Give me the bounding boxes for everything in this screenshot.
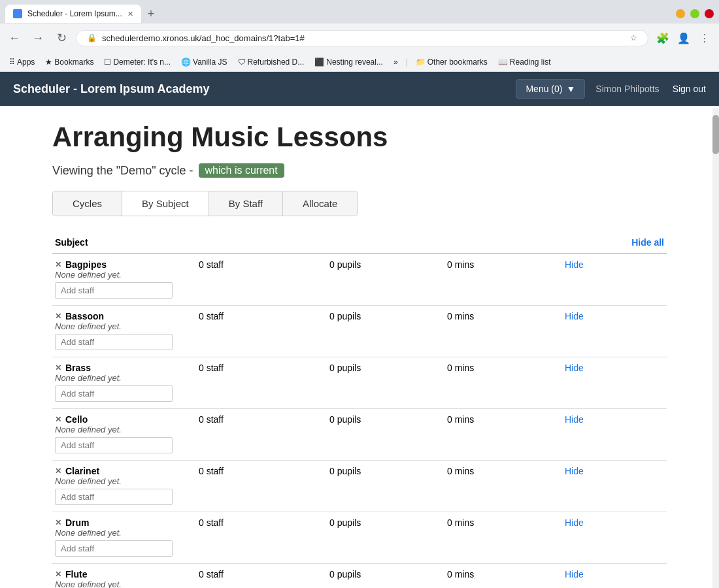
back-button[interactable]: ←: [5, 29, 24, 47]
subject-name: ✕ Flute: [55, 569, 193, 580]
hide-link[interactable]: Hide: [565, 517, 584, 528]
add-staff-input[interactable]: [55, 282, 173, 299]
tab-allocate[interactable]: Allocate: [283, 191, 357, 216]
bookmark-sep: |: [406, 57, 408, 67]
remove-icon[interactable]: ✕: [55, 312, 61, 321]
table-row: ✕ Cello 0 staff 0 pupils 0 mins Hide: [52, 409, 667, 425]
add-staff-input[interactable]: [55, 489, 173, 505]
hide-cell: Hide: [562, 357, 667, 374]
hide-link[interactable]: Hide: [565, 363, 584, 373]
hide-link[interactable]: Hide: [565, 569, 584, 580]
mins-count: 0 mins: [444, 564, 562, 580]
table-row: ✕ Drum 0 staff 0 pupils 0 mins Hide: [52, 512, 667, 529]
remove-icon[interactable]: ✕: [55, 518, 61, 527]
table-row-extra: None defined yet.: [52, 373, 667, 409]
remove-icon[interactable]: ✕: [55, 466, 61, 476]
staff-count: 0 staff: [196, 253, 327, 270]
user-name: Simon Philpotts: [595, 84, 659, 94]
bookmark-refurbished[interactable]: 🛡 Refurbished D...: [234, 56, 309, 68]
cycle-text: Viewing the "Demo" cycle -: [52, 164, 193, 178]
browser-chrome: Scheduler - Lorem Ipsum... ✕ + ← → ↻ 🔒 s…: [0, 0, 719, 72]
staff-count: 0 staff: [196, 409, 327, 425]
mins-count: 0 mins: [444, 253, 562, 270]
remove-icon[interactable]: ✕: [55, 260, 61, 269]
address-bar[interactable]: 🔒 schedulerdemo.xronos.uk/ad_hoc_domains…: [76, 30, 648, 46]
page-content: Arranging Music Lessons Viewing the "Dem…: [0, 106, 719, 588]
staff-count: 0 staff: [196, 564, 327, 580]
remove-icon[interactable]: ✕: [55, 570, 61, 579]
tab-by-staff[interactable]: By Staff: [209, 191, 283, 216]
tab-cycles[interactable]: Cycles: [53, 191, 122, 216]
address-text: schedulerdemo.xronos.uk/ad_hoc_domains/1…: [102, 33, 625, 43]
nav-bar: ← → ↻ 🔒 schedulerdemo.xronos.uk/ad_hoc_d…: [0, 24, 719, 52]
bookmark-bookmarks[interactable]: ★ Bookmarks: [41, 56, 97, 68]
tabs-container: Cycles By Subject By Staff Allocate: [52, 191, 358, 216]
remove-icon[interactable]: ✕: [55, 363, 61, 372]
none-defined: None defined yet.: [55, 528, 664, 538]
close-button[interactable]: [705, 9, 714, 18]
hide-cell: Hide: [562, 512, 667, 529]
hide-all-link[interactable]: Hide all: [631, 237, 664, 248]
hide-link[interactable]: Hide: [565, 259, 584, 270]
maximize-button[interactable]: [690, 9, 699, 18]
pupils-count: 0 pupils: [327, 461, 444, 477]
hide-link[interactable]: Hide: [565, 414, 584, 425]
hide-link[interactable]: Hide: [565, 466, 584, 476]
pupils-count: 0 pupils: [327, 253, 444, 270]
new-tab-button[interactable]: +: [144, 6, 159, 22]
pupils-count: 0 pupils: [327, 564, 444, 580]
mins-count: 0 mins: [444, 461, 562, 477]
subject-name: ✕ Drum: [55, 517, 193, 528]
hide-cell: Hide: [562, 564, 667, 580]
bookmark-apps[interactable]: ⠿ Apps: [5, 56, 39, 68]
menu-label: Menu (0): [526, 84, 562, 94]
add-staff-input[interactable]: [55, 385, 173, 402]
tab-close-icon[interactable]: ✕: [127, 10, 133, 18]
active-tab[interactable]: Scheduler - Lorem Ipsum... ✕: [5, 5, 141, 23]
menu-icon[interactable]: ⋮: [695, 29, 714, 47]
bookmark-more[interactable]: »: [390, 56, 402, 68]
subject-name: ✕ Clarinet: [55, 466, 193, 476]
add-staff-input[interactable]: [55, 334, 173, 350]
menu-chevron-icon: ▼: [566, 84, 575, 94]
hide-cell: Hide: [562, 409, 667, 425]
pupils-count: 0 pupils: [327, 306, 444, 322]
scrollbar-thumb[interactable]: [712, 115, 719, 154]
table-row-extra: None defined yet.: [52, 321, 667, 357]
hide-link[interactable]: Hide: [565, 311, 584, 321]
table-row-extra: None defined yet.: [52, 270, 667, 306]
none-defined: None defined yet.: [55, 476, 664, 486]
mins-count: 0 mins: [444, 357, 562, 374]
subject-name: ✕ Cello: [55, 414, 193, 425]
reload-button[interactable]: ↻: [52, 29, 71, 47]
table-row: ✕ Brass 0 staff 0 pupils 0 mins Hide: [52, 357, 667, 374]
menu-button[interactable]: Menu (0) ▼: [516, 79, 585, 99]
remove-icon[interactable]: ✕: [55, 415, 61, 424]
staff-count: 0 staff: [196, 306, 327, 322]
scrollbar[interactable]: [712, 108, 719, 588]
bookmark-demeter[interactable]: ☐ Demeter: It's n...: [100, 56, 175, 68]
forward-button[interactable]: →: [29, 29, 47, 47]
pupils-count: 0 pupils: [327, 409, 444, 425]
bookmark-nesting[interactable]: ⬛ Nesting reveal...: [310, 56, 387, 68]
add-staff-input[interactable]: [55, 540, 173, 557]
bookmark-vanillajs[interactable]: 🌐 Vanilla JS: [177, 56, 231, 68]
bookmark-reading[interactable]: 📖 Reading list: [494, 56, 555, 68]
bookmark-star-icon[interactable]: ☆: [630, 33, 637, 42]
hide-cell: Hide: [562, 461, 667, 477]
staff-count: 0 staff: [196, 357, 327, 374]
table-row-extra: None defined yet.: [52, 580, 667, 588]
bookmark-other[interactable]: 📁 Other bookmarks: [412, 56, 492, 68]
extensions-icon[interactable]: 🧩: [654, 29, 672, 47]
minimize-button[interactable]: [676, 9, 685, 18]
cycle-line: Viewing the "Demo" cycle - which is curr…: [52, 163, 667, 178]
bookmarks-bar: ⠿ Apps ★ Bookmarks ☐ Demeter: It's n... …: [0, 52, 719, 72]
profile-icon[interactable]: 👤: [675, 29, 693, 47]
add-staff-input[interactable]: [55, 437, 173, 453]
none-defined: None defined yet.: [55, 425, 664, 434]
none-defined: None defined yet.: [55, 270, 664, 280]
table-row: ✕ Clarinet 0 staff 0 pupils 0 mins Hide: [52, 461, 667, 477]
tab-by-subject[interactable]: By Subject: [122, 191, 209, 216]
mins-count: 0 mins: [444, 512, 562, 529]
signout-button[interactable]: Sign out: [673, 84, 706, 94]
